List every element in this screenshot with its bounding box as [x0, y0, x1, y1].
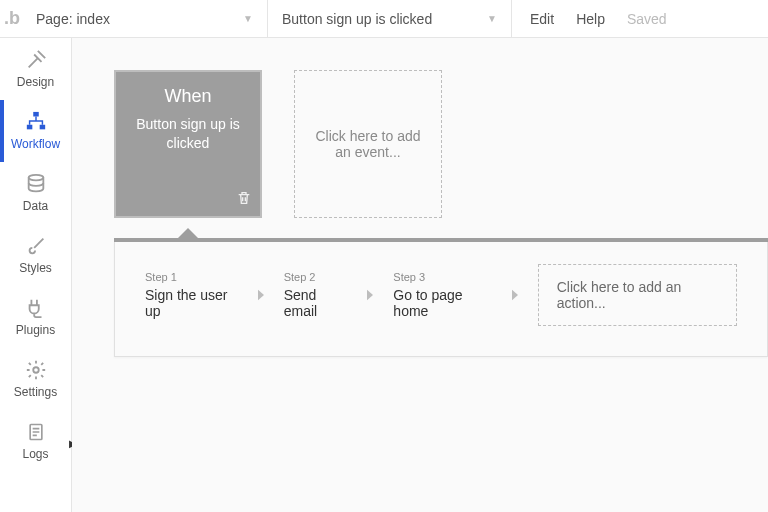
workflow-icon — [23, 111, 49, 133]
help-link[interactable]: Help — [576, 11, 605, 27]
workflow-step[interactable]: Step 3 Go to page home — [393, 271, 491, 319]
step-label: Send email — [284, 287, 348, 319]
svg-rect-2 — [39, 125, 45, 130]
left-sidebar: Design Workflow Data Styles — [0, 38, 72, 512]
page-selector-label: Page: index — [36, 11, 110, 27]
add-event-placeholder[interactable]: Click here to add an event... — [294, 70, 442, 218]
brush-icon — [23, 235, 49, 257]
svg-point-3 — [28, 175, 43, 181]
design-icon — [23, 49, 49, 71]
chevron-down-icon: ▼ — [243, 13, 253, 24]
event-card-selected[interactable]: When Button sign up is clicked — [114, 70, 262, 218]
sidebar-item-label: Design — [17, 75, 54, 89]
database-icon — [23, 173, 49, 195]
step-number: Step 1 — [145, 271, 238, 283]
arrow-right-icon — [361, 286, 379, 304]
plug-icon — [23, 297, 49, 319]
trash-icon[interactable] — [236, 190, 252, 210]
top-bar: .b Page: index ▼ Button sign up is click… — [0, 0, 768, 38]
event-when-label: When — [164, 86, 211, 107]
arrow-right-icon — [506, 286, 524, 304]
edit-link[interactable]: Edit — [530, 11, 554, 27]
steps-box: Step 1 Sign the user up Step 2 Send emai… — [114, 242, 768, 357]
arrow-right-icon — [252, 286, 270, 304]
save-status: Saved — [627, 11, 667, 27]
event-pointer-icon — [178, 228, 198, 238]
sidebar-item-design[interactable]: Design — [0, 38, 71, 100]
step-number: Step 2 — [284, 271, 348, 283]
gear-icon — [23, 359, 49, 381]
events-row: When Button sign up is clicked Click her… — [114, 70, 768, 218]
add-action-placeholder[interactable]: Click here to add an action... — [538, 264, 737, 326]
svg-rect-1 — [26, 125, 31, 130]
logs-icon — [23, 421, 49, 443]
sidebar-item-label: Styles — [19, 261, 52, 275]
event-selector-dropdown[interactable]: Button sign up is clicked ▼ — [268, 0, 512, 37]
step-label: Sign the user up — [145, 287, 238, 319]
sidebar-item-label: Workflow — [11, 137, 60, 151]
svg-rect-0 — [33, 112, 39, 117]
sidebar-item-workflow[interactable]: Workflow — [0, 100, 71, 162]
step-label: Go to page home — [393, 287, 491, 319]
sidebar-item-styles[interactable]: Styles — [0, 224, 71, 286]
app-logo: .b — [0, 0, 22, 37]
sidebar-item-logs[interactable]: Logs — [0, 410, 71, 472]
workflow-step[interactable]: Step 2 Send email — [284, 271, 348, 319]
sidebar-item-settings[interactable]: Settings — [0, 348, 71, 410]
add-action-label: Click here to add an action... — [557, 279, 682, 311]
chevron-down-icon: ▼ — [487, 13, 497, 24]
sidebar-item-label: Settings — [14, 385, 57, 399]
step-number: Step 3 — [393, 271, 491, 283]
add-event-label: Click here to add an event... — [313, 128, 423, 160]
workflow-step[interactable]: Step 1 Sign the user up — [145, 271, 238, 319]
sidebar-item-label: Data — [23, 199, 48, 213]
sidebar-item-data[interactable]: Data — [0, 162, 71, 224]
steps-container: Step 1 Sign the user up Step 2 Send emai… — [114, 238, 768, 357]
workflow-canvas: When Button sign up is clicked Click her… — [72, 38, 768, 512]
event-selector-label: Button sign up is clicked — [282, 11, 432, 27]
event-description: Button sign up is clicked — [128, 115, 248, 153]
sidebar-item-label: Plugins — [16, 323, 55, 337]
page-selector-dropdown[interactable]: Page: index ▼ — [22, 0, 268, 37]
sidebar-item-plugins[interactable]: Plugins — [0, 286, 71, 348]
svg-point-4 — [33, 367, 39, 373]
sidebar-item-label: Logs — [22, 447, 48, 461]
top-links: Edit Help Saved — [512, 0, 685, 37]
